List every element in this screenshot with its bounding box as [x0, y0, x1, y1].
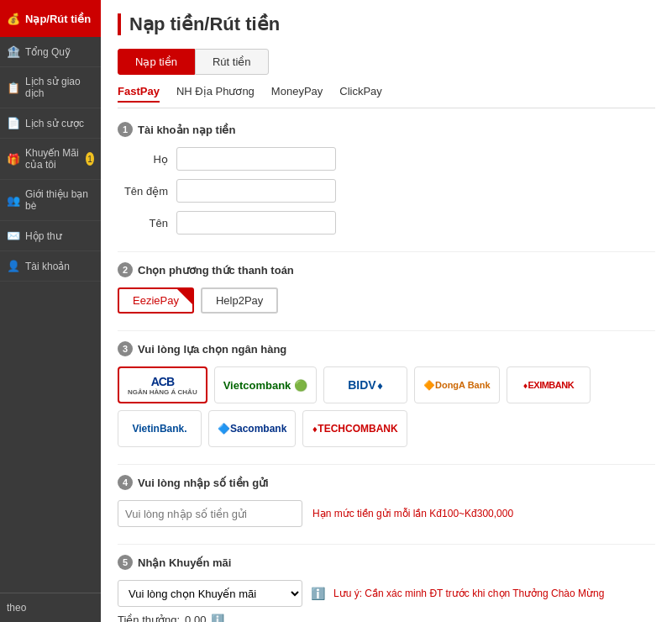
section-5: 5 Nhận Khuyến mãi Vui lòng chọn Khuyến m…	[118, 555, 655, 622]
payment-eeziepay[interactable]: EeziePay	[118, 287, 194, 314]
section-5-num: 5	[118, 555, 133, 570]
sidebar-footer: theo	[0, 593, 101, 622]
bank-bidv[interactable]: BIDV⬧	[323, 366, 407, 403]
tong-quy-icon: 🏦	[7, 45, 20, 58]
khuyen-mai-icon: 🎁	[7, 153, 20, 166]
subtab-nh-dia-phuong[interactable]: NH Địa Phương	[176, 85, 255, 103]
help2pay-label: Help2Pay	[216, 294, 263, 307]
promo-select[interactable]: Vui lòng chọn Khuyến mãi	[118, 580, 302, 607]
bank-vietcombank[interactable]: Vietcombank 🟢	[214, 366, 317, 403]
section-1-num: 1	[118, 122, 133, 137]
vietin-logo-text: VietinBank.	[132, 423, 186, 435]
sub-tabs: FastPay NH Địa Phương MoneyPay ClickPay	[118, 85, 655, 108]
sidebar-item-label: Khuyến Mãi của tôi	[25, 147, 79, 171]
section-5-label: Nhận Khuyến mãi	[138, 556, 231, 569]
bank-acb[interactable]: ACB NGÂN HÀNG Á CHÂU	[118, 366, 207, 403]
page-title: Nạp tiền/Rút tiền	[118, 13, 655, 35]
hop-thu-icon: ✉️	[7, 229, 20, 242]
subtab-moneypay[interactable]: MoneyPay	[271, 85, 323, 103]
sidebar: 💰 Nạp/Rút tiền 🏦 Tổng Quỹ 📋 Lịch sử giao…	[0, 0, 101, 622]
subtab-fastpay[interactable]: FastPay	[118, 85, 160, 103]
donga-logo-text: 🔶DongA Bank	[423, 380, 491, 391]
reward-label: Tiền thưởng:	[118, 614, 180, 622]
divider-3	[118, 464, 655, 465]
input-ho[interactable]	[176, 147, 336, 171]
reward-info-icon: ℹ️	[211, 614, 224, 622]
form-row-ten-dem: Tên đệm	[118, 179, 655, 203]
sidebar-item-gioi-thieu[interactable]: 👥 Giới thiệu bạn bè	[0, 180, 101, 221]
main-content: Nạp tiền/Rút tiền Nạp tiền Rút tiền Fast…	[101, 0, 672, 622]
section-2-label: Chọn phương thức thanh toán	[138, 264, 294, 277]
eeziepay-label: EeziePay	[133, 294, 179, 307]
tab-nap-tien[interactable]: Nạp tiền	[118, 49, 195, 75]
payment-methods: EeziePay Help2Pay	[118, 287, 655, 314]
promo-info-icon: ℹ️	[311, 587, 325, 600]
amount-input[interactable]	[118, 500, 302, 527]
bank-sacombank[interactable]: 🔷Sacombank	[208, 410, 296, 447]
bank-grid: ACB NGÂN HÀNG Á CHÂU Vietcombank 🟢 BIDV⬧…	[118, 366, 655, 447]
label-ten: Tên	[118, 217, 176, 229]
section-4-title: 4 Vui lòng nhập số tiền gửi	[118, 475, 655, 490]
section-5-title: 5 Nhận Khuyến mãi	[118, 555, 655, 570]
sidebar-header-label: Nạp/Rút tiền	[25, 13, 91, 25]
sidebar-item-hop-thu[interactable]: ✉️ Hộp thư	[0, 221, 101, 251]
bank-donga[interactable]: 🔶DongA Bank	[414, 366, 500, 403]
bidv-logo-text: BIDV⬧	[348, 378, 382, 392]
saco-logo-text: 🔷Sacombank	[218, 423, 286, 435]
tai-khoan-icon: 👤	[7, 260, 20, 272]
promo-select-row: Vui lòng chọn Khuyến mãi ℹ️ Lưu ý: Cần x…	[118, 580, 655, 607]
section-4: 4 Vui lòng nhập số tiền gửi Hạn mức tiền…	[118, 475, 655, 527]
section-3: 3 Vui lòng lựa chọn ngân hàng ACB NGÂN H…	[118, 341, 655, 447]
sidebar-item-label: Hộp thư	[25, 230, 62, 242]
bank-vietinbank[interactable]: VietinBank.	[118, 410, 202, 447]
tab-buttons: Nạp tiền Rút tiền	[118, 49, 655, 75]
acb-logo-text: ACB	[151, 375, 174, 388]
section-3-title: 3 Vui lòng lựa chọn ngân hàng	[118, 341, 655, 356]
eeziepay-check	[177, 289, 192, 304]
label-ten-dem: Tên đệm	[118, 185, 176, 198]
section-2: 2 Chọn phương thức thanh toán EeziePay H…	[118, 262, 655, 314]
section-4-num: 4	[118, 475, 133, 490]
sidebar-item-label: Tài khoản	[25, 261, 70, 272]
sidebar-item-lich-su-cuoc[interactable]: 📄 Lịch sử cược	[0, 108, 101, 139]
amount-row: Hạn mức tiền gửi mỗi lần Kđ100~Kđ300,000	[118, 500, 655, 527]
section-1-title: 1 Tài khoản nạp tiền	[118, 122, 655, 137]
lich-su-giao-dich-icon: 📋	[7, 82, 20, 94]
khuyen-mai-badge: 1	[86, 152, 94, 166]
bank-eximbank[interactable]: ⬧EXIMBANK	[507, 366, 591, 403]
payment-help2pay[interactable]: Help2Pay	[201, 287, 278, 314]
footer-username: theo	[7, 602, 26, 614]
divider-4	[118, 544, 655, 545]
amount-hint: Hạn mức tiền gửi mỗi lần Kđ100~Kđ300,000	[312, 508, 513, 519]
sidebar-item-tong-quy[interactable]: 🏦 Tổng Quỹ	[0, 37, 101, 67]
label-ho: Họ	[118, 153, 176, 166]
divider-2	[118, 330, 655, 331]
gioi-thieu-icon: 👥	[7, 194, 20, 207]
acb-sub-text: NGÂN HÀNG Á CHÂU	[128, 388, 197, 396]
sidebar-item-khuyen-mai[interactable]: 🎁 Khuyến Mãi của tôi 1	[0, 139, 101, 180]
sidebar-item-lich-su-giao-dich[interactable]: 📋 Lịch sử giao dịch	[0, 67, 101, 108]
form-row-ten: Tên	[118, 211, 655, 235]
input-ten[interactable]	[176, 211, 336, 235]
tab-rut-tien[interactable]: Rút tiền	[195, 49, 269, 75]
sidebar-item-label: Tổng Quỹ	[25, 46, 71, 58]
lich-su-cuoc-icon: 📄	[7, 117, 20, 129]
section-3-label: Vui lòng lựa chọn ngân hàng	[138, 343, 286, 356]
divider-1	[118, 251, 655, 252]
sidebar-item-label: Lịch sử cược	[25, 118, 84, 129]
sidebar-header[interactable]: 💰 Nạp/Rút tiền	[0, 0, 101, 37]
sidebar-item-label: Lịch sử giao dịch	[25, 76, 94, 99]
section-4-label: Vui lòng nhập số tiền gửi	[138, 477, 269, 489]
sidebar-item-tai-khoan[interactable]: 👤 Tài khoản	[0, 251, 101, 282]
input-ten-dem[interactable]	[176, 179, 336, 203]
exim-logo-text: ⬧EXIMBANK	[522, 380, 574, 390]
section-1-label: Tài khoản nạp tiền	[138, 124, 235, 136]
bank-techcombank[interactable]: ⬧TECHCOMBANK	[302, 410, 407, 447]
form-row-ho: Họ	[118, 147, 655, 171]
section-2-title: 2 Chọn phương thức thanh toán	[118, 262, 655, 277]
reward-value: 0.00	[185, 614, 206, 622]
subtab-clickpay[interactable]: ClickPay	[339, 85, 382, 103]
reward-row: Tiền thưởng: 0.00 ℹ️	[118, 614, 655, 622]
vcb-logo-text: Vietcombank 🟢	[223, 379, 307, 392]
section-2-num: 2	[118, 262, 133, 277]
